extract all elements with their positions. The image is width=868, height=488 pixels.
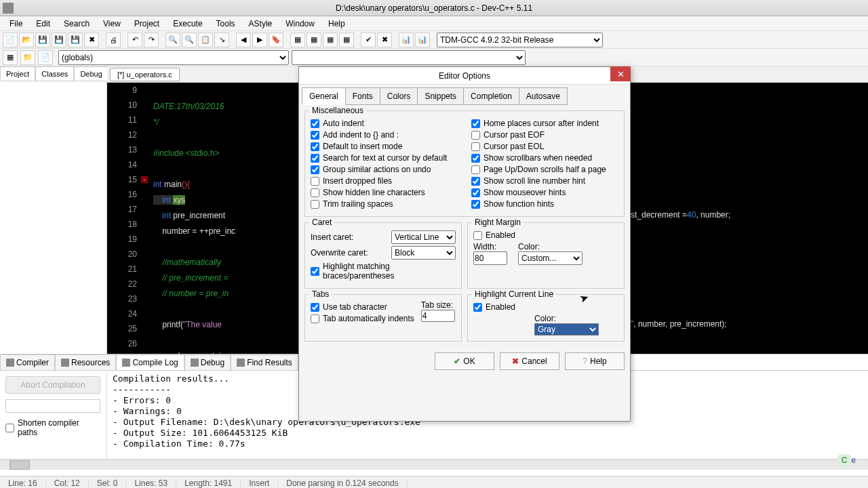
menu-search[interactable]: Search [57,16,96,31]
replace-icon[interactable]: 🔍 [182,33,197,47]
dlgtab-completion[interactable]: Completion [463,87,519,105]
dlgtab-general[interactable]: General [302,87,346,105]
forward-icon[interactable]: ▶ [252,33,267,47]
misc-right-check-5[interactable]: Show scroll line number hint [471,176,618,186]
overwrite-caret-select[interactable]: Block [391,246,456,260]
t2-1-icon[interactable]: ▦ [3,50,18,65]
fold-minus-icon[interactable]: - [141,176,148,183]
dialog-close-button[interactable]: ✕ [610,66,631,81]
find-icon[interactable]: 🔍 [165,33,180,47]
hilite-line-enabled-check[interactable]: Enabled [473,302,618,312]
dlgtab-autosave[interactable]: Autosave [519,87,568,105]
menu-help[interactable]: Help [321,16,352,31]
highlight-braces-check[interactable]: Highlight matching braces/parentheses [311,262,456,281]
debug-icon[interactable]: ✔ [361,33,376,47]
misc-left-check-4[interactable]: Group similar actions on undo [311,165,458,174]
tab-classes[interactable]: Classes [35,66,74,81]
margin-width-input[interactable] [473,251,507,265]
use-tab-check[interactable]: Use tab character [311,302,414,312]
profile-icon[interactable]: 📊 [399,33,414,47]
t2-3-icon[interactable]: 📄 [38,50,53,65]
compiler-select[interactable]: TDM-GCC 4.9.2 32-bit Release [437,33,603,47]
dlgtab-colors[interactable]: Colors [380,87,418,105]
misc-right-check-2[interactable]: Cursor past EOL [471,142,618,151]
stop-icon[interactable]: ✖ [377,33,392,47]
tab-size-input[interactable] [421,310,455,322]
status-length: Length: 1491 [176,479,241,488]
tab-auto-indent-check[interactable]: Tab automatically indents [311,314,414,323]
help-button[interactable]: ?Help [565,352,625,370]
misc-right-check-1[interactable]: Cursor past EOF [471,130,618,140]
status-sel: Sel: 0 [89,479,127,488]
margin-enabled-check[interactable]: Enabled [473,230,618,240]
close-icon[interactable]: ✖ [84,33,99,47]
menu-project[interactable]: Project [127,16,166,31]
menubar: File Edit Search View Project Execute To… [0,16,868,31]
bookmark-icon[interactable]: 🔖 [269,33,283,47]
insert-caret-select[interactable]: Vertical Line [391,230,456,244]
run-icon[interactable]: ▦ [307,33,321,47]
dlgtab-fonts[interactable]: Fonts [345,87,380,105]
save-icon[interactable]: 💾 [35,33,50,47]
dialog-title: Editor Options [439,71,490,81]
titlebar: D:\desk\unary operators\u_operators.c - … [0,0,868,16]
menu-astyle[interactable]: AStyle [242,16,279,31]
misc-left-check-3[interactable]: Search for text at cursor by default [311,153,458,163]
saveas-icon[interactable]: 💾 [68,33,83,47]
misc-left-check-5[interactable]: Insert dropped files [311,176,458,186]
editor-tab[interactable]: [*] u_operators.c [110,68,180,81]
left-panel: Project Classes Debug [0,66,107,354]
undo-icon[interactable]: ↶ [127,33,142,47]
back-icon[interactable]: ◀ [236,33,251,47]
misc-right-check-0[interactable]: Home places cursor after indent [471,119,618,128]
btab-resources[interactable]: Resources [55,354,116,371]
menu-window[interactable]: Window [279,16,321,31]
menu-tools[interactable]: Tools [210,16,242,31]
tab-project[interactable]: Project [0,66,35,81]
hilite-color-select[interactable]: Gray [534,323,599,336]
compilerun-icon[interactable]: ▦ [323,33,338,47]
tab-debug[interactable]: Debug [74,66,108,81]
abort-button[interactable]: Abort Compilation [5,376,100,394]
help-icon: ? [583,357,587,366]
cancel-button[interactable]: ✖Cancel [500,352,559,370]
t2-2-icon[interactable]: 📁 [20,50,35,65]
menu-file[interactable]: File [3,16,29,31]
misc-left-check-1[interactable]: Add indent to {} and : [311,130,458,140]
btab-debug[interactable]: Debug [184,354,231,371]
margin-color-select[interactable]: Custom... [518,251,583,265]
findfiles-icon[interactable]: 📋 [198,33,213,47]
saveall-icon[interactable]: 💾 [52,33,66,47]
btab-compiler[interactable]: Compiler [0,354,55,371]
new-icon[interactable]: 📄 [3,33,18,47]
btab-findresults[interactable]: Find Results [231,354,298,371]
ok-button[interactable]: ✔OK [435,352,494,370]
dlgtab-snippets[interactable]: Snippets [417,87,464,105]
goto-icon[interactable]: ↘ [214,33,229,47]
horizontal-scrollbar[interactable] [0,459,868,470]
compiler-icon [6,359,14,367]
menu-edit[interactable]: Edit [29,16,57,31]
redo-icon[interactable]: ↷ [144,33,159,47]
misc-right-check-6[interactable]: Show mouseover hints [471,188,618,197]
misc-left-check-2[interactable]: Default to insert mode [311,142,458,151]
btab-compilelog[interactable]: Compile Log [116,354,184,371]
shorten-paths-check[interactable]: Shorten compiler paths [5,418,101,437]
compile-icon[interactable]: ▦ [290,33,305,47]
open-icon[interactable]: 📂 [19,33,34,47]
misc-right-check-4[interactable]: Page Up/Down scrolls half a page [471,165,618,174]
misc-right-check-3[interactable]: Show scrollbars when needed [471,153,618,163]
misc-left-check-7[interactable]: Trim trailing spaces [311,199,458,209]
globals-select[interactable]: (globals) [58,50,289,65]
find-icon [237,359,245,367]
profile2-icon[interactable]: 📊 [415,33,430,47]
misc-right-check-7[interactable]: Show function hints [471,199,618,209]
menu-execute[interactable]: Execute [166,16,209,31]
menu-view[interactable]: View [96,16,127,31]
rebuild-icon[interactable]: ▦ [339,33,354,47]
misc-group: Miscellaneous Auto indentAdd indent to {… [304,110,625,217]
print-icon[interactable]: 🖨 [106,33,121,47]
members-select[interactable] [292,50,526,65]
misc-left-check-0[interactable]: Auto indent [311,119,458,128]
misc-left-check-6[interactable]: Show hidden line characters [311,188,458,197]
